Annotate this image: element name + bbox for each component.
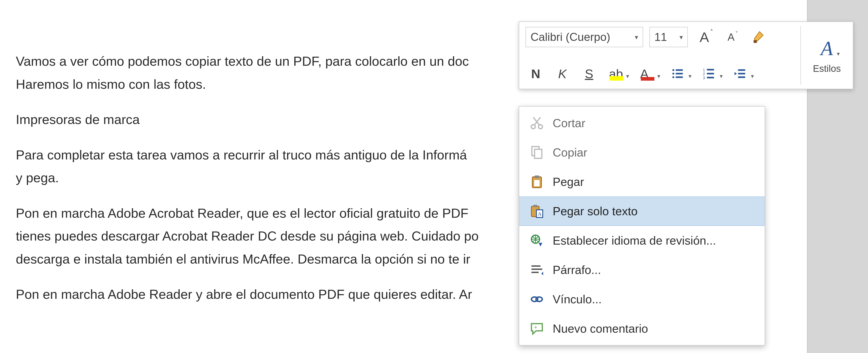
context-menu-item-paste-text[interactable]: APegar solo texto bbox=[519, 197, 765, 226]
context-menu-item-comment[interactable]: +Nuevo comentario bbox=[519, 314, 765, 343]
styles-button[interactable]: A Estilos bbox=[801, 22, 853, 89]
italic-button[interactable]: K bbox=[552, 64, 572, 84]
svg-point-5 bbox=[672, 76, 674, 78]
paragraph-icon bbox=[526, 263, 548, 277]
context-menu: CortarCopiarPegarAPegar solo textoEstabl… bbox=[519, 106, 765, 346]
svg-rect-24 bbox=[533, 205, 537, 207]
underline-button[interactable]: S bbox=[579, 64, 599, 84]
doc-text: Pon en marcha Adobe Reader y abre el doc… bbox=[16, 287, 459, 302]
mini-toolbar: Calibri (Cuerpo) ▾ 11 ▾ A˄ A˅ N K bbox=[519, 22, 853, 89]
font-size-dropdown[interactable]: 11 ▾ bbox=[649, 27, 688, 47]
highlight-color-button[interactable]: ab bbox=[606, 64, 630, 84]
context-menu-label: Copiar bbox=[553, 146, 587, 159]
bold-label: N bbox=[531, 66, 540, 81]
svg-text:+: + bbox=[534, 324, 537, 330]
svg-rect-15 bbox=[738, 76, 745, 78]
font-size-value: 11 bbox=[654, 31, 667, 44]
svg-text:A: A bbox=[538, 211, 542, 217]
font-name-value: Calibri (Cuerpo) bbox=[530, 31, 610, 44]
doc-text: Pon en marcha Adobe Acrobat Reader, que … bbox=[16, 206, 442, 220]
doc-text: Impresoras de marca bbox=[16, 112, 140, 127]
context-menu-label: Pegar bbox=[553, 175, 584, 188]
grow-font-icon: A˄ bbox=[700, 29, 709, 45]
svg-text:3: 3 bbox=[703, 76, 705, 80]
bullet-list-button[interactable] bbox=[668, 64, 693, 84]
svg-point-3 bbox=[672, 73, 674, 75]
comment-icon: + bbox=[526, 321, 548, 336]
decrease-indent-button[interactable] bbox=[730, 64, 755, 84]
bullet-list-icon bbox=[671, 67, 684, 80]
svg-rect-0 bbox=[754, 40, 757, 43]
context-menu-item-cut: Cortar bbox=[519, 108, 765, 138]
styles-label: Estilos bbox=[813, 63, 841, 74]
svg-point-32 bbox=[536, 297, 542, 302]
paste-text-icon: A bbox=[526, 204, 548, 218]
svg-rect-12 bbox=[707, 77, 714, 78]
context-menu-label: Nuevo comentario bbox=[553, 322, 648, 336]
svg-rect-14 bbox=[738, 73, 745, 74]
cut-icon bbox=[526, 116, 548, 130]
svg-rect-10 bbox=[707, 73, 714, 74]
context-menu-label: Párrafo... bbox=[553, 263, 601, 277]
shrink-font-icon: A˅ bbox=[727, 31, 735, 43]
bold-button[interactable]: N bbox=[526, 64, 546, 84]
language-icon bbox=[526, 233, 548, 248]
context-menu-item-paragraph[interactable]: Párrafo... bbox=[519, 255, 765, 285]
doc-text: Para completar esta tarea vamos a recurr… bbox=[16, 147, 467, 162]
chevron-down-icon: ▾ bbox=[680, 33, 683, 41]
shrink-font-button[interactable]: A˅ bbox=[721, 27, 741, 47]
doc-text: Haremos lo mismo con las fotos. bbox=[16, 77, 206, 92]
svg-rect-4 bbox=[676, 73, 683, 74]
context-menu-label: Cortar bbox=[553, 116, 585, 130]
doc-text: y pega. bbox=[16, 170, 59, 185]
underline-label: S bbox=[585, 66, 593, 81]
doc-text: tienes puedes descargar Acrobat Reader D… bbox=[16, 228, 478, 243]
italic-label: K bbox=[558, 66, 566, 81]
svg-point-1 bbox=[672, 69, 674, 71]
svg-rect-28 bbox=[531, 266, 540, 267]
number-list-button[interactable]: 1 2 3 bbox=[699, 64, 724, 84]
format-painter-icon bbox=[750, 30, 765, 44]
doc-text: descarga e instala también el antivirus bbox=[16, 252, 243, 266]
styles-icon: A bbox=[821, 37, 833, 60]
context-menu-label: Establecer idioma de revisión... bbox=[553, 234, 716, 247]
svg-rect-21 bbox=[535, 175, 539, 178]
spelling-error[interactable]: McAffee bbox=[243, 252, 290, 266]
context-menu-item-link[interactable]: Vínculo... bbox=[519, 285, 765, 314]
highlight-swatch bbox=[610, 76, 623, 81]
doc-text: Vamos a ver cómo podemos copiar texto de… bbox=[16, 54, 469, 68]
svg-text:1: 1 bbox=[703, 68, 705, 72]
context-menu-label: Pegar solo texto bbox=[553, 204, 638, 218]
svg-text:2: 2 bbox=[703, 72, 705, 76]
spelling-error[interactable]: Ar bbox=[459, 287, 472, 302]
spelling-error[interactable]: PDF bbox=[442, 206, 468, 220]
context-menu-item-copy: Copiar bbox=[519, 138, 765, 167]
svg-rect-8 bbox=[707, 69, 714, 70]
svg-rect-2 bbox=[676, 69, 683, 71]
decrease-indent-icon bbox=[734, 67, 746, 80]
svg-rect-22 bbox=[534, 180, 539, 186]
chevron-down-icon: ▾ bbox=[635, 33, 638, 41]
context-menu-item-paste[interactable]: Pegar bbox=[519, 167, 765, 197]
svg-rect-6 bbox=[676, 76, 683, 78]
doc-text: . Desmarca la opción si no te ir bbox=[290, 252, 470, 266]
font-name-dropdown[interactable]: Calibri (Cuerpo) ▾ bbox=[526, 27, 643, 47]
context-menu-label: Vínculo... bbox=[553, 292, 602, 306]
grow-font-button[interactable]: A˄ bbox=[694, 27, 715, 47]
svg-rect-30 bbox=[531, 272, 539, 273]
context-menu-item-language[interactable]: Establecer idioma de revisión... bbox=[519, 226, 765, 255]
svg-rect-29 bbox=[531, 269, 542, 270]
font-color-button[interactable]: A bbox=[637, 64, 662, 84]
svg-rect-13 bbox=[738, 69, 745, 71]
paste-icon bbox=[526, 175, 548, 189]
format-painter-button[interactable] bbox=[747, 27, 768, 47]
copy-icon bbox=[526, 145, 548, 160]
link-icon bbox=[526, 292, 548, 307]
font-color-swatch bbox=[641, 77, 654, 81]
svg-rect-19 bbox=[535, 149, 542, 158]
number-list-icon: 1 2 3 bbox=[703, 67, 715, 80]
